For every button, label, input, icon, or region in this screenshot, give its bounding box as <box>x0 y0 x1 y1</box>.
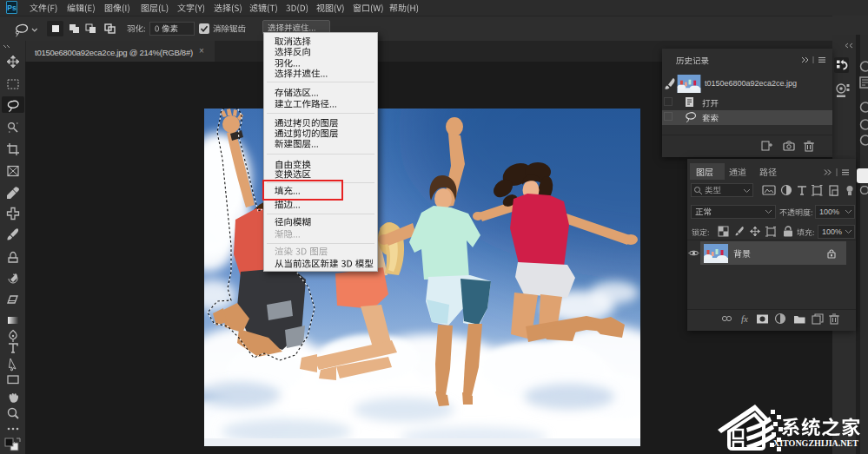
svg-text:fx: fx <box>741 313 748 324</box>
